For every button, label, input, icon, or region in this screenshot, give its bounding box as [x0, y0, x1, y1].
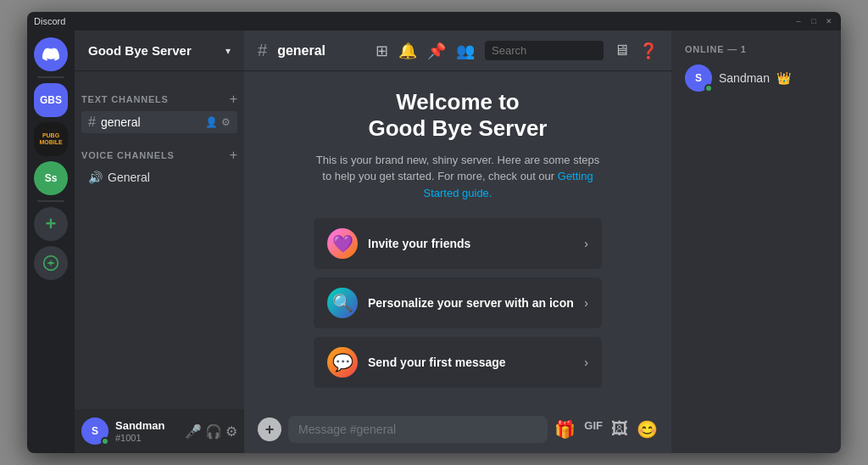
chevron-right-icon: ›	[584, 237, 588, 250]
user-name: Sandman	[115, 419, 178, 433]
channel-item-icons: 👤 ⚙	[205, 116, 231, 128]
maximize-button[interactable]: □	[809, 16, 819, 26]
main-content: # general ⊞ 🔔 📌 👥 🖥 ❓ Welcome toGood	[244, 31, 671, 453]
pin-icon[interactable]: 📌	[427, 42, 446, 60]
server-header[interactable]: Good Bye Server ▾	[75, 31, 244, 71]
message-bar-icons: 🎁 GIF 🖼 😊	[554, 419, 658, 440]
chat-area: Welcome toGood Bye Server This is your b…	[244, 71, 671, 406]
welcome-content: Welcome toGood Bye Server This is your b…	[314, 89, 602, 389]
members-panel: ONLINE — 1 S Sandman 👑	[671, 31, 841, 453]
category-voice-label: VOICE CHANNELS	[81, 150, 175, 160]
members-online-title: ONLINE — 1	[678, 44, 834, 54]
members-icon[interactable]: 👥	[456, 42, 475, 60]
action-card-personalize[interactable]: 🔍 Personalize your server with an icon ›	[314, 277, 602, 328]
user-info: Sandman #1001	[115, 419, 178, 443]
gif-icon[interactable]: GIF	[584, 419, 603, 440]
channel-list: TEXT CHANNELS + # general 👤 ⚙ VOICE CHAN…	[75, 71, 244, 409]
category-text[interactable]: TEXT CHANNELS +	[75, 78, 244, 110]
user-discriminator: #1001	[115, 433, 178, 443]
server-icon-pubg[interactable]: PUBGMOBILE	[34, 122, 68, 156]
gift-icon[interactable]: 🎁	[554, 419, 576, 440]
settings-icon[interactable]: ⚙	[221, 116, 231, 128]
chevron-down-icon: ▾	[225, 45, 231, 57]
message-attach-button[interactable]: +	[258, 417, 281, 441]
bell-icon[interactable]: 🔔	[398, 42, 417, 60]
message-input[interactable]	[298, 423, 537, 436]
category-text-label: TEXT CHANNELS	[81, 94, 169, 104]
action-card-invite[interactable]: 💜 Invite your friends ›	[314, 218, 602, 269]
server-icon-gbs[interactable]: GBS	[34, 83, 68, 117]
add-channel-voice-icon[interactable]: +	[230, 148, 237, 163]
channel-header-name: general	[277, 43, 326, 59]
message-bar: + 🎁 GIF 🖼 😊	[244, 406, 671, 453]
channel-header-hash-icon: #	[258, 41, 267, 60]
server-divider-2	[37, 200, 64, 202]
welcome-subtitle: This is your brand new, shiny server. He…	[314, 152, 602, 202]
avatar-initials: S	[92, 425, 98, 437]
category-voice[interactable]: VOICE CHANNELS +	[75, 134, 244, 166]
header-icons: ⊞ 🔔 📌 👥 🖥 ❓	[376, 41, 658, 60]
server-icon-ss[interactable]: Ss	[34, 161, 68, 195]
member-name-sandman: Sandman	[719, 71, 770, 85]
action-card-message[interactable]: 💬 Send your first message ›	[314, 337, 602, 388]
message-input-wrap	[288, 416, 548, 443]
help-icon[interactable]: ❓	[639, 42, 658, 60]
send-message-label: Send your first message	[368, 356, 574, 369]
image-upload-icon[interactable]: 🖼	[611, 419, 628, 440]
title-bar-title: Discord	[34, 16, 65, 26]
chevron-right-icon-3: ›	[584, 356, 588, 369]
server-icon-discover[interactable]	[34, 246, 68, 280]
svg-marker-2	[47, 261, 55, 264]
action-cards: 💜 Invite your friends › 🔍 Personalize yo…	[314, 218, 602, 388]
title-bar-controls: – □ ✕	[793, 16, 834, 26]
invite-label: Invite your friends	[368, 237, 574, 250]
server-list: GBS PUBGMOBILE Ss +	[27, 31, 75, 453]
main-layout: GBS PUBGMOBILE Ss + Good Bye Server ▾ TE…	[27, 31, 841, 453]
speaker-icon: 🔊	[88, 171, 103, 184]
minimize-button[interactable]: –	[793, 16, 804, 26]
inbox-icon[interactable]: 🖥	[614, 42, 629, 59]
invite-icon: 💜	[327, 228, 358, 259]
user-panel: S Sandman #1001 🎤 🎧 ⚙	[75, 409, 244, 453]
personalize-label: Personalize your server with an icon	[368, 296, 574, 310]
search-input[interactable]	[485, 41, 604, 60]
server-icon-add[interactable]: +	[34, 207, 68, 241]
hashtag-threads-icon[interactable]: ⊞	[376, 42, 388, 60]
headset-icon[interactable]: 🎧	[205, 423, 222, 440]
close-button[interactable]: ✕	[824, 16, 834, 26]
welcome-title: Welcome toGood Bye Server	[314, 89, 602, 142]
message-icon: 💬	[327, 347, 358, 378]
add-channel-text-icon[interactable]: +	[230, 92, 237, 107]
emoji-icon[interactable]: 😊	[637, 419, 658, 440]
server-divider	[37, 76, 64, 78]
member-avatar-sandman: S	[685, 64, 712, 92]
channel-item-general[interactable]: # general 👤 ⚙	[81, 111, 237, 133]
channel-name-general: general	[101, 115, 200, 129]
user-avatar: S	[81, 417, 108, 445]
app-window: Discord – □ ✕ GBS PUBGMOBILE Ss + Good B	[27, 12, 841, 453]
channel-header: # general ⊞ 🔔 📌 👥 🖥 ❓	[244, 31, 671, 71]
user-icon: 👤	[205, 116, 218, 128]
chevron-right-icon-2: ›	[584, 296, 588, 310]
channel-sidebar: Good Bye Server ▾ TEXT CHANNELS + # gene…	[75, 31, 244, 453]
channel-name-voice-general: General	[108, 171, 231, 184]
member-status-indicator	[704, 84, 713, 92]
server-icon-home[interactable]	[34, 37, 68, 71]
hash-icon: #	[88, 115, 96, 130]
title-bar: Discord – □ ✕	[27, 12, 841, 31]
microphone-icon[interactable]: 🎤	[185, 423, 202, 440]
server-name: Good Bye Server	[88, 43, 192, 58]
personalize-icon: 🔍	[327, 288, 358, 318]
member-item-sandman[interactable]: S Sandman 👑	[678, 61, 834, 95]
user-controls: 🎤 🎧 ⚙	[185, 423, 237, 440]
member-badge-sandman: 👑	[776, 71, 791, 85]
settings-icon[interactable]: ⚙	[225, 423, 237, 440]
channel-item-voice-general[interactable]: 🔊 General	[81, 167, 237, 188]
user-status-indicator	[101, 437, 109, 445]
